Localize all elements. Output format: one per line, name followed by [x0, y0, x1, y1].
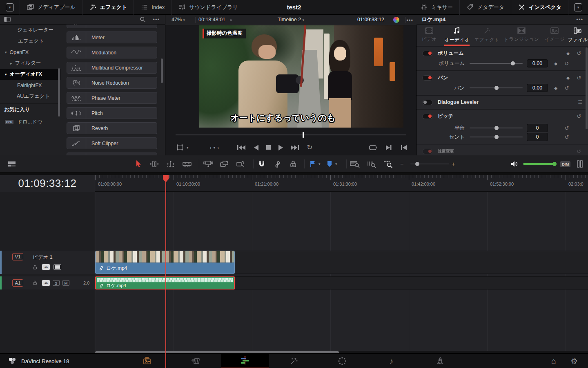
reset-icon[interactable]: ↺: [576, 148, 582, 155]
page-edit-active[interactable]: [221, 354, 269, 368]
effects-list-scrollbar[interactable]: [161, 58, 163, 83]
category-effects[interactable]: エフェクト: [0, 36, 60, 47]
video-track-header[interactable]: V1 ビデオ 1 <>: [0, 251, 95, 274]
viewer-options-icon[interactable]: •••: [406, 17, 413, 23]
search-icon[interactable]: [139, 16, 146, 23]
go-to-end-icon[interactable]: [290, 144, 299, 151]
chevron-right-icon[interactable]: ▸: [10, 61, 12, 65]
category-au-effects[interactable]: AUエフェクト: [0, 91, 60, 102]
keyframe-icon[interactable]: ◆: [565, 51, 571, 56]
timeline-playhead[interactable]: [165, 175, 166, 368]
monitor-volume-slider[interactable]: [523, 155, 556, 173]
reset-icon[interactable]: ↺: [576, 75, 582, 81]
dialogue-leveler-toggle[interactable]: [422, 100, 433, 105]
pan-value[interactable]: 0.00: [527, 84, 548, 92]
chevron-down-icon[interactable]: ▾: [318, 162, 321, 166]
chevron-down-icon[interactable]: ▾: [335, 162, 337, 166]
effects-options-icon[interactable]: •••: [153, 16, 160, 22]
audio-meters-icon[interactable]: [577, 160, 583, 168]
page-media[interactable]: [135, 354, 159, 368]
page-color[interactable]: [330, 354, 354, 368]
page-fusion[interactable]: [282, 354, 306, 368]
tab-image[interactable]: イメージ: [541, 25, 568, 46]
chevron-down-icon[interactable]: ▾: [5, 72, 7, 76]
solo-button[interactable]: S: [53, 280, 60, 286]
tab-transitions[interactable]: トランジション: [501, 25, 541, 46]
volume-toggle[interactable]: [422, 51, 433, 56]
pan-slider[interactable]: [470, 88, 523, 88]
effect-tile-partial[interactable]: [67, 25, 157, 28]
effect-tile[interactable]: Reverb: [67, 122, 157, 134]
volume-slider[interactable]: [470, 63, 523, 64]
audio-clip-selected[interactable]: ロケ.mp4: [95, 276, 235, 289]
auto-select-toggle[interactable]: <>: [42, 280, 50, 286]
timeline-view-options-icon[interactable]: [7, 160, 16, 168]
effect-tile[interactable]: Meter: [67, 31, 157, 43]
cents-value[interactable]: 0: [527, 133, 548, 141]
effect-tile[interactable]: Multiband Compressor: [67, 62, 157, 74]
custom-zoom-icon[interactable]: [383, 160, 394, 168]
replace-clip-icon[interactable]: [235, 160, 246, 168]
previous-frame-icon[interactable]: [401, 144, 407, 151]
jog-control[interactable]: ‹●›: [210, 144, 221, 151]
category-filters[interactable]: ▸フィルター: [0, 58, 60, 69]
transform-icon[interactable]: [176, 144, 183, 151]
video-track-badge[interactable]: V1: [12, 253, 23, 260]
selection-mode-icon[interactable]: [134, 159, 142, 168]
timeline-zoom-slider[interactable]: [410, 155, 449, 173]
effects-library-button[interactable]: エフェクト: [82, 0, 134, 15]
category-openfx[interactable]: ▾OpenFX: [0, 47, 60, 58]
effect-tile[interactable]: Noise Reduction: [67, 77, 157, 89]
razor-edit-mode-icon[interactable]: [182, 160, 192, 168]
reset-icon[interactable]: ↺: [564, 134, 570, 140]
chevron-down-icon[interactable]: ▾: [5, 50, 7, 54]
sidebar-collapse-icon[interactable]: [4, 16, 11, 23]
snapping-magnet-icon[interactable]: [258, 160, 266, 168]
category-fairlightfx[interactable]: FairlightFX: [0, 80, 60, 91]
collapse-page-toggle[interactable]: ▾: [0, 0, 20, 15]
effect-tile[interactable]: Soft Clipper: [67, 137, 157, 149]
reset-icon[interactable]: ↺: [564, 85, 570, 91]
overwrite-clip-icon[interactable]: [219, 160, 229, 168]
insert-clip-icon[interactable]: [203, 160, 214, 168]
effect-tile[interactable]: Modulation: [67, 47, 157, 58]
viewer-scrubber[interactable]: [176, 135, 406, 135]
settings-button[interactable]: ⚙: [562, 354, 586, 368]
video-clip[interactable]: ロケ.mp4: [95, 251, 235, 274]
inspector-options-icon[interactable]: •••: [576, 16, 583, 22]
effect-tile-partial[interactable]: [67, 153, 157, 155]
volume-value[interactable]: 0.00: [527, 59, 548, 67]
category-generators[interactable]: ジェネレーター: [0, 25, 60, 36]
semitones-value[interactable]: 0: [527, 124, 548, 132]
reset-icon[interactable]: ↺: [576, 50, 582, 56]
lock-icon[interactable]: [32, 265, 38, 270]
keyframe-icon[interactable]: ◆: [553, 61, 559, 66]
stop-icon[interactable]: [266, 145, 271, 150]
keyframe-icon[interactable]: ◆: [565, 76, 571, 80]
clip-thumbnail-view-icon[interactable]: [53, 264, 61, 270]
page-deliver[interactable]: [428, 354, 452, 368]
sound-library-button[interactable]: サウンドライブラリ: [172, 0, 245, 15]
audio-track-badge[interactable]: A1: [12, 279, 23, 287]
index-button[interactable]: Index: [134, 0, 171, 15]
speed-change-toggle[interactable]: [422, 149, 433, 154]
flag-icon[interactable]: [310, 160, 316, 168]
lock-icon[interactable]: [32, 280, 38, 285]
play-reverse-icon[interactable]: [253, 144, 259, 151]
trim-edit-mode-icon[interactable]: [149, 160, 159, 168]
scrubber-playhead[interactable]: [303, 132, 304, 138]
reset-icon[interactable]: ↺: [564, 61, 570, 67]
tab-effects[interactable]: エフェクト: [472, 25, 501, 46]
reset-icon[interactable]: ↺: [576, 113, 582, 119]
inspector-scrollbar[interactable]: [586, 47, 588, 129]
collapse-inspector-toggle[interactable]: ▾: [568, 0, 588, 15]
resolve-fx-icon[interactable]: [393, 17, 399, 23]
category-audio-fx[interactable]: ▾オーディオFX: [0, 69, 60, 80]
tab-audio[interactable]: オーディオ: [442, 25, 472, 46]
zoom-in-button[interactable]: +: [452, 161, 455, 167]
media-pool-button[interactable]: メディアプール: [20, 0, 82, 15]
play-icon[interactable]: [278, 144, 284, 151]
scrollbar-handle[interactable]: [95, 351, 339, 353]
chevron-down-icon[interactable]: ▾: [187, 146, 189, 150]
semitones-slider[interactable]: [470, 128, 523, 128]
